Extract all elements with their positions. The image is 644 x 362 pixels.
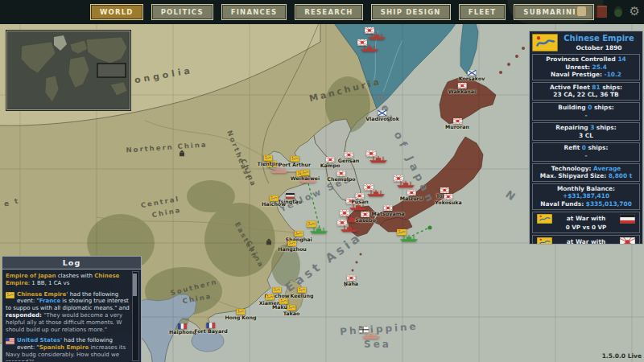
game-screen: TientjinPort ArthurWeihaiweiTsingtauHaic… bbox=[0, 0, 644, 362]
city-chemulpo[interactable]: Chemulpo bbox=[327, 171, 355, 182]
log-title: Log bbox=[2, 257, 141, 269]
fleet-box-1: Building 0 ships:- bbox=[532, 102, 640, 121]
country-name: Chinese Empire bbox=[558, 34, 640, 43]
log-scrollbar[interactable] bbox=[132, 271, 139, 361]
fleet-box-2: Repairing 3 ships:3 CL bbox=[532, 122, 640, 141]
city-hangzhou[interactable]: Hangzhou bbox=[278, 241, 306, 252]
city-kampo[interactable]: Kampo bbox=[320, 157, 341, 168]
city-hong-kong[interactable]: Hong Kong bbox=[225, 309, 257, 320]
city-pusan[interactable]: Pusan bbox=[351, 193, 369, 204]
tab-world[interactable]: WORLD bbox=[90, 4, 143, 20]
china-flag-icon bbox=[532, 34, 558, 51]
germany-flag-icon bbox=[620, 214, 635, 224]
minimap[interactable] bbox=[6, 31, 130, 110]
tab-fleet[interactable]: FLEET bbox=[459, 4, 506, 20]
city-korsakov[interactable]: Korsakov bbox=[459, 70, 485, 81]
city-muroran[interactable]: Muroran bbox=[445, 118, 469, 130]
tech-box: Technology: AverageMax. Shipyard Size: 8… bbox=[532, 163, 640, 182]
country-date: October 1890 bbox=[558, 44, 640, 51]
city-sasebo[interactable]: Sasebo bbox=[355, 212, 376, 223]
fleet-marker[interactable] bbox=[399, 229, 419, 243]
fortress-icon bbox=[266, 238, 272, 245]
city-naha[interactable]: Naha bbox=[344, 275, 358, 286]
route-destination-dot bbox=[428, 226, 432, 230]
fleet-marker[interactable] bbox=[361, 327, 381, 340]
money-box: Monthly Balance: +$31,387,410Naval Funds… bbox=[532, 183, 640, 210]
stats-box: Provinces Controlled 14Unrest: 25.4Naval… bbox=[532, 54, 640, 80]
log-entry: Chinese Empire' had the following event:… bbox=[6, 291, 132, 334]
country-panel: Chinese Empire October 1890 Provinces Co… bbox=[529, 31, 643, 245]
fleet-box-0: Active Fleet 81 ships:23 CA, 22 CL, 36 T… bbox=[532, 82, 640, 101]
fleet-marker[interactable] bbox=[360, 39, 379, 53]
log-entry: Empire of Japan clashes with Chinese Emp… bbox=[6, 273, 132, 287]
fleet-marker[interactable] bbox=[309, 221, 328, 235]
china-flag-icon bbox=[6, 292, 14, 298]
city-tientjin[interactable]: Tientjin bbox=[257, 155, 279, 167]
fleet-marker[interactable] bbox=[369, 150, 388, 164]
city-vladivostok[interactable]: Vladivostok bbox=[365, 110, 399, 121]
china-flag-icon bbox=[537, 237, 552, 245]
log-entry: United States' had the following event: … bbox=[6, 337, 132, 361]
city-port-arthur[interactable]: Port Arthur bbox=[279, 156, 311, 167]
city-fort-bayard[interactable]: Fort Bayard bbox=[194, 323, 228, 334]
nav-tabs: WORLDPOLITICSFINANCESRESEARCHSHIP DESIGN… bbox=[90, 4, 594, 20]
city-matsuyama[interactable]: Matsuyama bbox=[372, 205, 405, 216]
gear-icon[interactable]: ⚙ bbox=[630, 5, 640, 18]
city-haiphong[interactable]: Haiphong bbox=[169, 323, 196, 335]
minimap-viewport[interactable] bbox=[97, 64, 126, 77]
book-icon[interactable] bbox=[596, 6, 607, 18]
log-scrollbar-thumb[interactable] bbox=[133, 274, 137, 296]
city-yokosuka[interactable]: Yokosuka bbox=[435, 194, 461, 205]
fleet-marker[interactable] bbox=[366, 184, 386, 198]
top-nav-bar: WORLDPOLITICSFINANCESRESEARCHSHIP DESIGN… bbox=[0, 0, 644, 24]
version-label: 1.5.0.0 Live bbox=[602, 352, 642, 360]
usa-flag-icon bbox=[6, 338, 14, 344]
tab-politics[interactable]: POLITICS bbox=[151, 4, 213, 20]
city-haichow[interactable]: Haichow bbox=[262, 195, 286, 207]
tab-finances[interactable]: FINANCES bbox=[221, 4, 287, 20]
china-flag-icon bbox=[537, 214, 552, 224]
war-entry-1: at War with740 VP vs 4743 VP bbox=[532, 235, 640, 245]
scroll-icon[interactable] bbox=[575, 6, 588, 16]
corner-icons: ⚙ bbox=[575, 4, 640, 19]
war-entry-0: at War with0 VP vs 0 VP bbox=[532, 212, 640, 234]
log-panel: Log Empire of Japan clashes with Chinese… bbox=[2, 256, 142, 362]
bug-icon[interactable] bbox=[614, 6, 622, 17]
country-header: Chinese Empire October 1890 bbox=[530, 31, 642, 52]
fleet-box-3: Refit 0 ships:- bbox=[532, 142, 640, 161]
tab-ship-design[interactable]: SHIP DESIGN bbox=[371, 4, 451, 20]
log-body: Empire of Japan clashes with Chinese Emp… bbox=[2, 269, 141, 361]
japan-flag-icon bbox=[620, 237, 635, 245]
city-weihaiwei[interactable]: Weihaiwei bbox=[291, 170, 320, 181]
fortress-icon bbox=[179, 150, 185, 157]
tab-research[interactable]: RESEARCH bbox=[295, 4, 362, 20]
city-maizuru[interactable]: Maizuru bbox=[400, 190, 423, 201]
city-keelung[interactable]: Keelung bbox=[291, 287, 314, 298]
city-gensan[interactable]: Gensan bbox=[338, 152, 359, 163]
city-takao[interactable]: Takao bbox=[283, 305, 300, 316]
fleet-marker[interactable] bbox=[396, 175, 415, 189]
city-wakkanai[interactable]: Wakkanai bbox=[448, 83, 477, 94]
